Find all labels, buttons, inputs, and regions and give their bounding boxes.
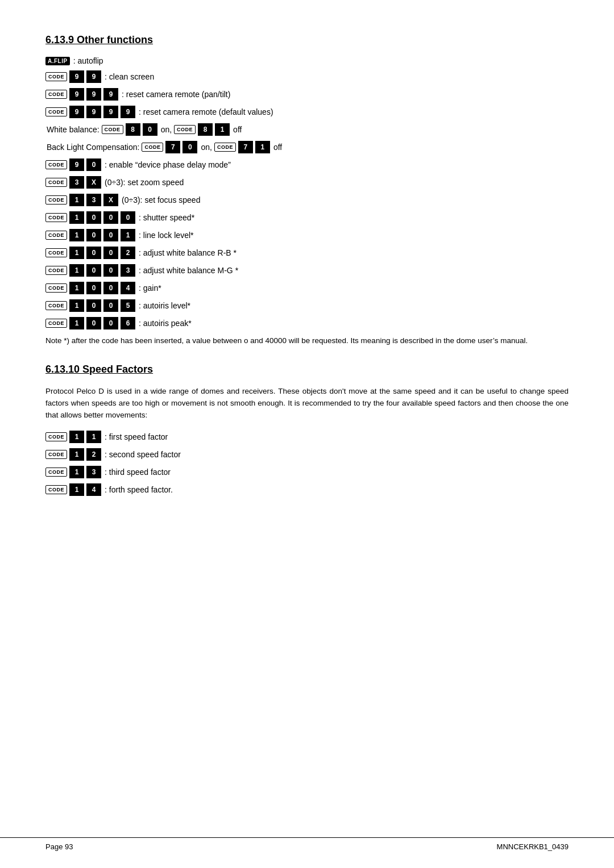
badge-code: CODE xyxy=(45,231,67,240)
badge-num: 0 xyxy=(86,211,101,224)
badge-num: 0 xyxy=(103,211,118,224)
section2-title: 6.13.10 Speed Factors xyxy=(45,364,569,375)
row-text: off xyxy=(233,125,242,134)
badge-code: CODE xyxy=(45,432,67,441)
badge-num: 1 xyxy=(255,141,270,153)
badge-num: 3 xyxy=(86,194,101,206)
badge-num: 1 xyxy=(69,247,84,259)
badge-num: 9 xyxy=(69,88,84,101)
row-wb-mg: CODE 1 0 0 3 : adjust white balance M-G … xyxy=(45,264,569,277)
badge-num: 0 xyxy=(103,229,118,241)
badge-code: CODE xyxy=(45,485,67,494)
row-speed2: CODE 1 2 : second speed factor xyxy=(45,448,569,461)
row-text: : adjust white balance M-G * xyxy=(139,266,238,275)
badge-num: 3 xyxy=(69,176,84,189)
badge-num: 1 xyxy=(69,431,84,443)
badge-num: 1 xyxy=(69,466,84,478)
row-text: : first speed factor xyxy=(105,432,168,441)
row-text: (0÷3): set zoom speed xyxy=(105,178,184,187)
row-text: : reset camera remote (pan/tilt) xyxy=(122,90,230,99)
row-text: : enable “device phase delay mode” xyxy=(105,160,231,169)
row-gain: CODE 1 0 0 4 : gain* xyxy=(45,282,569,294)
row-aflip: A.FLIP : autoflip xyxy=(45,56,569,65)
badge-num: 9 xyxy=(103,88,118,101)
row-autoiris-peak: CODE 1 0 0 6 : autoiris peak* xyxy=(45,317,569,329)
section1-title: 6.13.9 Other functions xyxy=(45,34,569,46)
badge-num: 9 xyxy=(69,106,84,118)
row-text: : adjust white balance R-B * xyxy=(139,248,237,257)
badge-num: 4 xyxy=(86,483,101,496)
badge-num: 0 xyxy=(103,299,118,312)
row-text: : autoiris level* xyxy=(139,301,190,310)
badge-num-9: 9 xyxy=(69,70,84,83)
badge-num: 4 xyxy=(121,282,135,294)
row-text: : line lock level* xyxy=(139,231,194,240)
badge-code: CODE xyxy=(45,90,67,99)
row-text: on, xyxy=(201,143,211,152)
row-back-light: Back Light Compensation: CODE 7 0 on, CO… xyxy=(45,141,569,153)
badge-code: CODE xyxy=(45,160,67,169)
row-linelock: CODE 1 0 0 1 : line lock level* xyxy=(45,229,569,241)
row-reset-pantilt: CODE 9 9 9 : reset camera remote (pan/ti… xyxy=(45,88,569,101)
badge-code: CODE xyxy=(45,319,67,328)
badge-num: 0 xyxy=(86,247,101,259)
badge-num: 0 xyxy=(86,317,101,329)
speed-intro: Protocol Pelco D is used in a wide range… xyxy=(45,386,569,422)
badge-x: X xyxy=(103,194,118,206)
row-text: off xyxy=(273,143,282,152)
badge-num: 9 xyxy=(86,106,101,118)
badge-num: 1 xyxy=(69,299,84,312)
row-autoiris-level: CODE 1 0 0 5 : autoiris level* xyxy=(45,299,569,312)
badge-code: CODE xyxy=(45,468,67,477)
row-text: on, xyxy=(161,125,172,134)
badge-num: 0 xyxy=(103,317,118,329)
badge-num: 8 xyxy=(126,123,140,136)
badge-num: 9 xyxy=(69,158,84,171)
badge-num: 7 xyxy=(165,141,180,153)
badge-num: 0 xyxy=(121,211,135,224)
badge-num: 0 xyxy=(86,158,101,171)
badge-aflip: A.FLIP xyxy=(45,57,70,65)
row-speed3: CODE 1 3 : third speed factor xyxy=(45,466,569,478)
badge-num: 0 xyxy=(103,247,118,259)
row-text: : reset camera remote (default values) xyxy=(139,107,273,116)
badge-num: 2 xyxy=(121,247,135,259)
badge-num: 1 xyxy=(69,229,84,241)
row-reset-default: CODE 9 9 9 9 : reset camera remote (defa… xyxy=(45,106,569,118)
row-focus-speed: CODE 1 3 X (0÷3): set focus speed xyxy=(45,194,569,206)
row-text: : third speed factor xyxy=(105,468,171,477)
badge-num: 2 xyxy=(86,448,101,461)
badge-code: CODE xyxy=(45,450,67,459)
footer-doc: MNNCEKRKB1_0439 xyxy=(497,842,569,851)
badge-num: 1 xyxy=(69,194,84,206)
badge-num: 1 xyxy=(69,448,84,461)
badge-num: 1 xyxy=(121,229,135,241)
badge-num: 1 xyxy=(69,264,84,277)
badge-num: 1 xyxy=(215,123,230,136)
badge-code: CODE xyxy=(45,195,67,205)
row-speed4: CODE 1 4 : forth speed factor. xyxy=(45,483,569,496)
row-text: : autoiris peak* xyxy=(139,319,192,328)
badge-code: CODE xyxy=(45,178,67,187)
row-text: : gain* xyxy=(139,283,161,293)
page-footer: Page 93 MNNCEKRKB1_0439 xyxy=(0,837,614,851)
row-zoom-speed: CODE 3 X (0÷3): set zoom speed xyxy=(45,176,569,189)
badge-num: 0 xyxy=(86,299,101,312)
row-text: : second speed factor xyxy=(105,450,181,459)
badge-code: CODE xyxy=(45,248,67,257)
badge-num: 0 xyxy=(103,264,118,277)
badge-code: CODE xyxy=(214,143,236,152)
note-text: Note *) after the code has been inserted… xyxy=(45,335,569,347)
badge-num: 9 xyxy=(121,106,135,118)
badge-num: 7 xyxy=(238,141,253,153)
badge-code: CODE xyxy=(45,72,67,81)
row-text: : clean screen xyxy=(105,72,154,81)
badge-num: 3 xyxy=(121,264,135,277)
badge-code: CODE xyxy=(45,266,67,275)
badge-num: 0 xyxy=(182,141,197,153)
badge-num: 9 xyxy=(86,88,101,101)
badge-code: CODE xyxy=(102,125,123,134)
badge-num: 1 xyxy=(69,211,84,224)
badge-x: X xyxy=(86,176,101,189)
badge-num: 3 xyxy=(86,466,101,478)
